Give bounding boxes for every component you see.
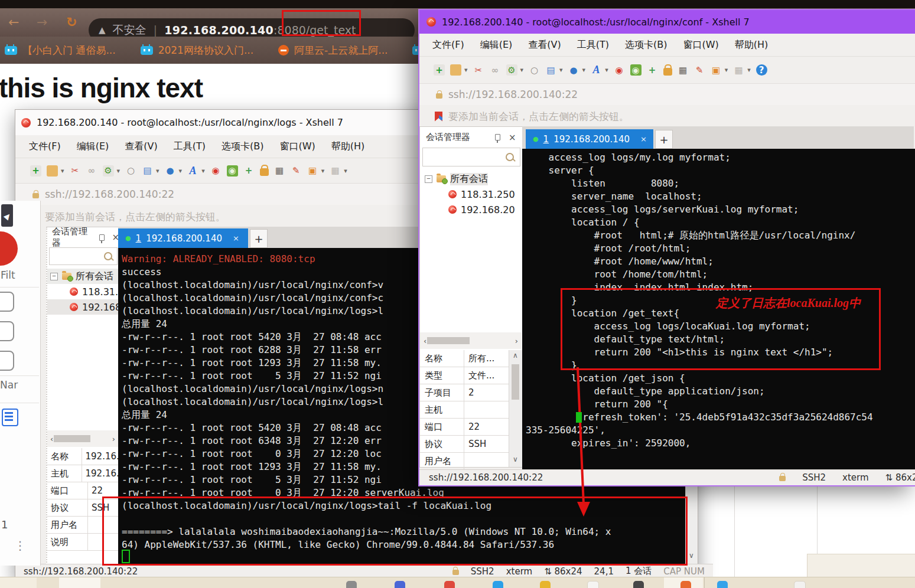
menu-item[interactable]: 窗口(W)	[279, 141, 315, 153]
highlight-pen-icon[interactable]: ✎	[694, 64, 705, 76]
horizontal-scrollbar[interactable]: ‹ ›	[420, 332, 522, 349]
session-tree-item[interactable]: 118.31.250	[47, 284, 119, 299]
checkbox[interactable]	[0, 321, 14, 341]
cursor-tool-button[interactable]: ▶	[1, 204, 13, 227]
dropdown-caret-icon[interactable]: ▾	[344, 167, 347, 175]
property-row[interactable]: 主机	[420, 401, 509, 419]
lock-icon[interactable]	[260, 168, 269, 176]
dropdown-caret-icon[interactable]: ▾	[117, 167, 121, 175]
dropdown-caret-icon[interactable]: ▾	[559, 66, 563, 74]
taskbar-app-icon[interactable]	[395, 581, 405, 588]
dropdown-caret-icon[interactable]: ▾	[321, 167, 325, 175]
new-tab-button[interactable]: +	[655, 130, 673, 149]
open-folder-icon[interactable]	[450, 64, 461, 76]
menu-item[interactable]: 窗口(W)	[683, 39, 718, 51]
scrollbar-thumb[interactable]	[54, 435, 90, 442]
session-tree-item[interactable]: 118.31.250	[420, 187, 523, 202]
menu-item[interactable]: 选项卡(B)	[625, 39, 667, 51]
taskbar-app-icon[interactable]	[633, 581, 644, 588]
taskbar-app-icon[interactable]	[444, 581, 455, 588]
new-session-icon[interactable]: +	[30, 165, 41, 177]
session-tree-item[interactable]: 192.168.20	[420, 202, 523, 217]
dropdown-caret-icon[interactable]: ▾	[747, 66, 751, 74]
back-icon[interactable]: ←	[8, 8, 19, 37]
windows-taskbar[interactable]	[0, 577, 915, 588]
property-row[interactable]: 主机 192.16...	[47, 465, 118, 482]
session-tree-item[interactable]: 192.168.20	[47, 299, 119, 315]
new-file-icon[interactable]: ▣	[711, 64, 722, 76]
taskbar-app-icon[interactable]	[794, 581, 806, 588]
session-search-input[interactable]	[49, 247, 118, 265]
taskbar-app-icon[interactable]	[346, 581, 357, 588]
tab-close-icon[interactable]: ×	[640, 135, 647, 143]
menu-item[interactable]: 工具(T)	[174, 141, 206, 153]
horizontal-scrollbar[interactable]: ‹ ›	[47, 430, 118, 447]
property-row[interactable]: 类型 文件...	[420, 367, 509, 384]
menu-item[interactable]: 编辑(E)	[77, 141, 109, 153]
new-file-icon[interactable]: ▣	[307, 165, 318, 177]
menu-item[interactable]: 文件(F)	[29, 141, 61, 153]
more-options-icon[interactable]: ⋮	[14, 538, 26, 553]
add-session-flag-icon[interactable]	[435, 112, 442, 122]
scroll-left-icon[interactable]: ‹	[50, 435, 53, 443]
property-row[interactable]: 子项目 2	[420, 384, 509, 401]
menu-item[interactable]: 帮助(H)	[735, 39, 769, 51]
close-icon[interactable]: ×	[509, 132, 516, 143]
xftp-icon[interactable]: ◉	[227, 165, 238, 177]
taskbar-app-icon[interactable]	[717, 581, 728, 588]
highlight-pen-icon[interactable]: ✎	[291, 165, 302, 177]
new-session-icon[interactable]: +	[434, 64, 445, 76]
find-icon[interactable]: ○	[125, 165, 136, 177]
grid-icon[interactable]: ▦	[330, 165, 341, 177]
reconnect-icon[interactable]: ∞	[490, 64, 501, 76]
dropdown-caret-icon[interactable]: ▾	[520, 66, 524, 74]
tab-session[interactable]: ● 1 192.168.200.140 ×	[526, 129, 653, 149]
menu-item[interactable]: 查看(V)	[125, 141, 157, 153]
window-titlebar[interactable]: 192.168.200.140 - root@localhost:/usr/lo…	[419, 10, 915, 34]
layout-icon[interactable]: ▤	[142, 165, 153, 177]
taskbar-widget[interactable]	[59, 577, 100, 588]
scrollbar-thumb[interactable]	[512, 364, 519, 400]
pin-icon[interactable]	[99, 234, 105, 241]
collapse-icon[interactable]: −	[50, 273, 58, 280]
layout-icon[interactable]: ▤	[545, 64, 556, 76]
xftp-icon[interactable]: ◉	[630, 64, 642, 76]
checkbox[interactable]	[0, 292, 14, 312]
session-properties-icon[interactable]: ⚙	[103, 165, 114, 177]
scroll-right-icon[interactable]: ›	[112, 435, 115, 443]
lock-icon[interactable]	[663, 68, 672, 76]
dropdown-caret-icon[interactable]: ▾	[201, 167, 205, 175]
session-tree-root[interactable]: − 所有会话	[47, 269, 119, 284]
font-icon[interactable]: A	[187, 165, 198, 177]
property-row[interactable]: 端口 22	[420, 419, 509, 436]
globe-icon[interactable]: ●	[165, 165, 176, 177]
session-properties-icon[interactable]: ⚙	[506, 64, 517, 76]
scroll-down-icon[interactable]: ∨	[513, 455, 518, 463]
scroll-up-icon[interactable]: ∧	[513, 351, 518, 360]
property-row[interactable]: 名称 192.16...	[47, 448, 118, 465]
dropdown-caret-icon[interactable]: ▾	[156, 167, 159, 175]
session-tree-root[interactable]: − 所有会话	[420, 171, 523, 187]
taskbar-widget[interactable]	[0, 577, 37, 588]
bookmark-item[interactable]: 2021网络协议入门...	[141, 44, 253, 57]
property-row[interactable]: 协议 SSH	[420, 436, 509, 453]
new-tab-button[interactable]: +	[250, 229, 268, 248]
address-host[interactable]: 192.168.200.140	[164, 24, 273, 37]
dropdown-caret-icon[interactable]: ▾	[179, 167, 183, 175]
xshell-session-icon[interactable]: ◉	[614, 64, 625, 76]
bookmark-item[interactable]: 【小白入门 通俗易...	[5, 44, 116, 57]
scrollbar-thumb[interactable]	[427, 337, 470, 344]
dropdown-caret-icon[interactable]: ▾	[582, 66, 586, 74]
taskbar-app-icon[interactable]	[540, 581, 551, 588]
taskbar-app-icon[interactable]	[680, 581, 691, 588]
scroll-right-icon[interactable]: ›	[515, 337, 518, 345]
checkbox[interactable]	[0, 351, 14, 371]
taskbar-app-icon[interactable]	[493, 581, 503, 588]
list-view-icon[interactable]	[2, 409, 18, 426]
find-icon[interactable]: ○	[529, 64, 540, 76]
menu-item[interactable]: 查看(V)	[528, 39, 561, 51]
menu-item[interactable]: 工具(T)	[577, 39, 609, 51]
globe-icon[interactable]: ●	[568, 64, 579, 76]
reconnect-icon[interactable]: ∞	[86, 165, 97, 177]
collapse-icon[interactable]: −	[425, 175, 432, 183]
